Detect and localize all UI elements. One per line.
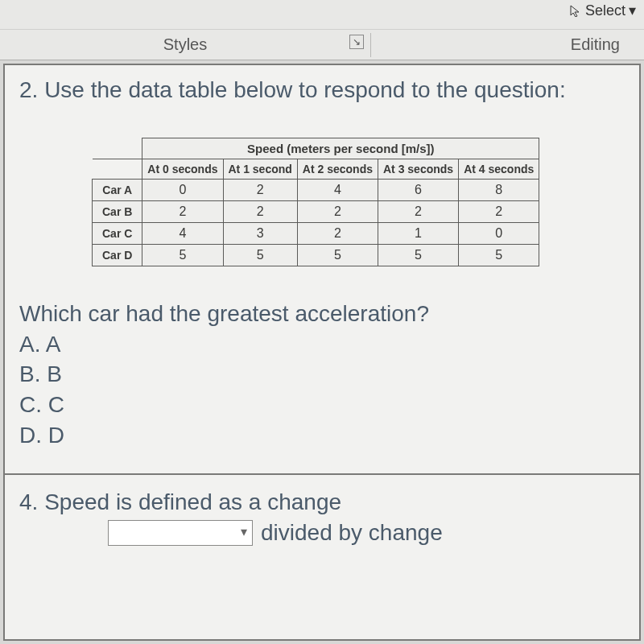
table-cell: 2 xyxy=(142,200,223,222)
answer-dropdown[interactable] xyxy=(108,520,253,546)
table-cell: 6 xyxy=(378,179,459,200)
table-col-header: At 1 second xyxy=(223,159,297,179)
styles-group-label: Styles xyxy=(163,35,207,53)
option-a[interactable]: A. A xyxy=(19,329,625,360)
speed-data-table: Speed (meters per second [m/s]) At 0 sec… xyxy=(92,138,539,266)
table-cell: 2 xyxy=(459,200,539,222)
table-row-label: Car A xyxy=(93,179,142,200)
editing-group-label: Editing xyxy=(571,35,620,53)
select-label: Select xyxy=(585,2,625,19)
table-row-label: Car B xyxy=(93,200,142,222)
option-d[interactable]: D. D xyxy=(19,420,625,451)
select-menu[interactable]: Select ▾ xyxy=(569,2,636,19)
ribbon-group-styles: Styles ↘ xyxy=(0,35,370,54)
table-cell: 2 xyxy=(297,222,378,244)
document-page[interactable]: 2. Use the data table below to respond t… xyxy=(3,64,641,641)
cursor-icon xyxy=(569,4,582,17)
table-cell: 4 xyxy=(142,222,223,244)
table-cell: 5 xyxy=(142,244,223,266)
table-cell: 5 xyxy=(378,244,459,266)
table-row: Car C 4 3 2 1 0 xyxy=(93,222,539,244)
table-col-header: At 0 seconds xyxy=(142,159,223,179)
option-c[interactable]: C. C xyxy=(19,390,625,420)
ribbon: Select ▾ Styles ↘ Editing xyxy=(0,0,644,60)
table-row: Car D 5 5 5 5 5 xyxy=(93,244,539,266)
table-col-header: At 2 seconds xyxy=(297,159,378,179)
table-cell: 8 xyxy=(459,179,539,200)
table-cell: 0 xyxy=(142,179,223,200)
styles-dialog-launcher-icon[interactable]: ↘ xyxy=(349,35,364,49)
table-cell: 1 xyxy=(378,222,459,244)
table-row: Car B 2 2 2 2 2 xyxy=(93,200,539,222)
ribbon-group-editing: Editing xyxy=(371,35,644,54)
table-cell: 3 xyxy=(223,222,297,244)
table-corner-blank xyxy=(93,159,142,179)
table-col-header: At 3 seconds xyxy=(378,159,459,179)
table-cell: 0 xyxy=(459,222,539,244)
table-cell: 2 xyxy=(223,179,297,200)
question-4-prompt: 4. Speed is defined as a change xyxy=(19,489,625,515)
answer-options: A. A B. B C. C D. D xyxy=(19,329,625,451)
table-cell: 4 xyxy=(297,179,378,200)
table-cell: 5 xyxy=(223,244,297,266)
chevron-down-icon: ▾ xyxy=(629,2,636,19)
table-row-label: Car C xyxy=(93,222,142,244)
table-cell: 5 xyxy=(297,244,378,266)
option-b[interactable]: B. B xyxy=(19,359,625,390)
table-corner-blank xyxy=(93,138,142,159)
question-4-trailing: divided by change xyxy=(261,520,443,546)
table-row-label: Car D xyxy=(93,244,142,266)
question-2-subprompt: Which car had the greatest acceleration? xyxy=(19,299,625,329)
table-col-header: At 4 seconds xyxy=(459,159,539,179)
question-2-prompt: 2. Use the data table below to respond t… xyxy=(19,75,625,105)
table-span-header: Speed (meters per second [m/s]) xyxy=(142,138,539,159)
table-cell: 2 xyxy=(378,200,459,222)
question-divider xyxy=(5,473,639,475)
table-row: Car A 0 2 4 6 8 xyxy=(93,179,539,200)
table-cell: 2 xyxy=(297,200,378,222)
table-cell: 2 xyxy=(223,200,297,222)
table-cell: 5 xyxy=(459,244,539,266)
document-area: 2. Use the data table below to respond t… xyxy=(0,60,644,644)
